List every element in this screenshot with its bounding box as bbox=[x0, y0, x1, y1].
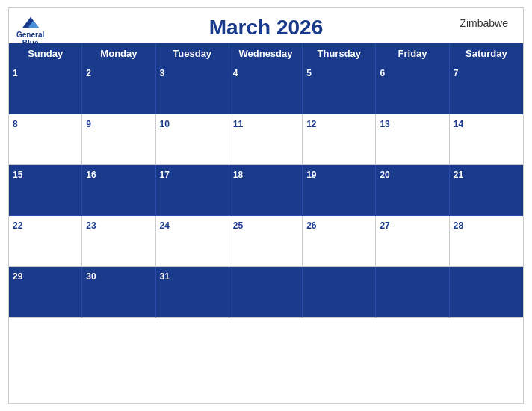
logo-line1: General bbox=[16, 31, 44, 39]
calendar-cell: 3 bbox=[156, 64, 229, 114]
calendar-cell: 10 bbox=[156, 114, 229, 165]
date-number: 9 bbox=[86, 119, 91, 129]
calendar-title: March 2026 bbox=[24, 16, 508, 40]
date-number: 7 bbox=[454, 68, 459, 78]
calendar-cell: 8 bbox=[9, 114, 82, 165]
calendar-cell: 7 bbox=[450, 64, 523, 114]
calendar-cell bbox=[303, 267, 376, 318]
calendar-cell: 22 bbox=[9, 216, 82, 267]
date-number: 24 bbox=[160, 220, 170, 231]
calendar-cell: 18 bbox=[229, 165, 303, 216]
logo: General Blue bbox=[16, 14, 44, 47]
date-number: 23 bbox=[86, 220, 96, 231]
day-thursday: Thursday bbox=[303, 43, 376, 64]
calendar-cell: 27 bbox=[376, 216, 449, 267]
calendar-cell bbox=[450, 267, 523, 318]
calendar-cell bbox=[376, 267, 449, 318]
date-number: 6 bbox=[380, 68, 385, 78]
date-number: 22 bbox=[13, 220, 22, 231]
day-wednesday: Wednesday bbox=[229, 43, 303, 64]
date-number: 13 bbox=[380, 119, 389, 129]
calendar-cell: 6 bbox=[376, 64, 449, 114]
date-number: 27 bbox=[380, 220, 389, 231]
calendar-cell: 2 bbox=[82, 64, 155, 114]
date-number: 2 bbox=[86, 68, 91, 78]
date-number: 3 bbox=[160, 68, 165, 78]
date-number: 25 bbox=[233, 220, 243, 231]
date-number: 18 bbox=[233, 170, 243, 180]
date-number: 19 bbox=[306, 170, 316, 180]
date-number: 12 bbox=[306, 119, 316, 129]
calendar-cell: 21 bbox=[450, 165, 523, 216]
date-number: 30 bbox=[86, 271, 96, 282]
date-number: 31 bbox=[160, 271, 170, 282]
date-number: 5 bbox=[306, 68, 312, 78]
calendar-cell: 30 bbox=[82, 267, 155, 318]
calendar-cell: 15 bbox=[9, 165, 82, 216]
date-number: 10 bbox=[160, 119, 170, 129]
date-number: 20 bbox=[380, 170, 389, 180]
logo-icon bbox=[19, 14, 42, 31]
calendar-cell: 28 bbox=[450, 216, 523, 267]
calendar-cell: 20 bbox=[376, 165, 449, 216]
days-header: Sunday Monday Tuesday Wednesday Thursday… bbox=[9, 43, 523, 64]
day-saturday: Saturday bbox=[450, 43, 523, 64]
day-monday: Monday bbox=[82, 43, 155, 64]
date-number: 14 bbox=[454, 119, 463, 129]
calendar-grid: 1234567891011121314151617181920212223242… bbox=[9, 64, 523, 318]
calendar-cell: 31 bbox=[156, 267, 229, 318]
calendar-cell: 5 bbox=[303, 64, 376, 114]
country-label: Zimbabwe bbox=[460, 17, 508, 29]
day-tuesday: Tuesday bbox=[156, 43, 229, 64]
calendar-cell: 19 bbox=[303, 165, 376, 216]
calendar-cell: 26 bbox=[303, 216, 376, 267]
date-number: 17 bbox=[160, 170, 170, 180]
calendar-cell: 11 bbox=[229, 114, 303, 165]
calendar-cell: 9 bbox=[82, 114, 155, 165]
date-number: 4 bbox=[233, 68, 238, 78]
calendar: General Blue March 2026 Zimbabwe Sunday … bbox=[8, 7, 524, 404]
calendar-cell: 25 bbox=[229, 216, 303, 267]
logo-line2: Blue bbox=[22, 39, 39, 47]
calendar-cell: 24 bbox=[156, 216, 229, 267]
calendar-header: General Blue March 2026 Zimbabwe bbox=[9, 8, 523, 43]
date-number: 29 bbox=[13, 271, 22, 282]
calendar-cell: 23 bbox=[82, 216, 155, 267]
calendar-cell: 16 bbox=[82, 165, 155, 216]
date-number: 21 bbox=[454, 170, 463, 180]
calendar-cell: 12 bbox=[303, 114, 376, 165]
calendar-cell: 4 bbox=[229, 64, 303, 114]
calendar-cell: 29 bbox=[9, 267, 82, 318]
date-number: 8 bbox=[13, 119, 18, 129]
date-number: 11 bbox=[233, 119, 243, 129]
date-number: 28 bbox=[454, 220, 463, 231]
calendar-cell: 1 bbox=[9, 64, 82, 114]
date-number: 15 bbox=[13, 170, 22, 180]
calendar-cell: 14 bbox=[450, 114, 523, 165]
day-friday: Friday bbox=[376, 43, 449, 64]
date-number: 26 bbox=[306, 220, 316, 231]
date-number: 1 bbox=[13, 68, 18, 78]
calendar-cell: 13 bbox=[376, 114, 449, 165]
calendar-cell bbox=[229, 267, 303, 318]
calendar-cell: 17 bbox=[156, 165, 229, 216]
date-number: 16 bbox=[86, 170, 96, 180]
